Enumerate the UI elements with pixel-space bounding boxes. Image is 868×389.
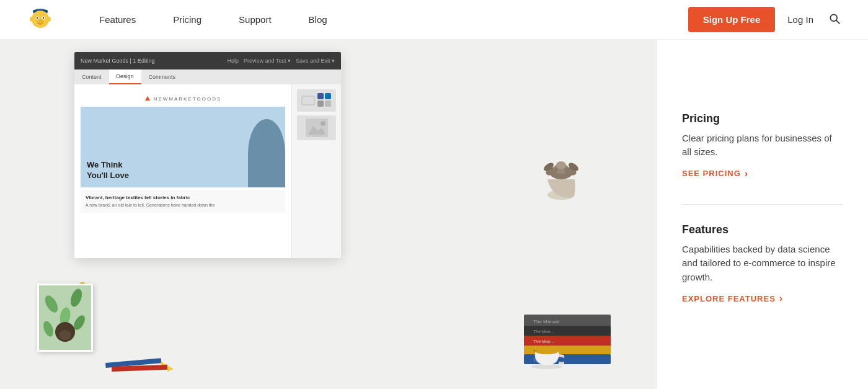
nav-right: Sign Up Free Log In [688, 7, 843, 32]
search-button[interactable] [826, 10, 843, 29]
editor-hero-text-line2: You'll Love [87, 171, 129, 181]
features-desc: Capabilities backed by data science and … [682, 243, 843, 285]
hero-bg: New Market Goods | 1 Editing Help Previe… [0, 40, 657, 389]
nav-support[interactable]: Support [220, 14, 290, 25]
svg-rect-14 [303, 97, 314, 104]
pricing-desc: Clear pricing plans for businesses of al… [682, 132, 843, 159]
svg-point-9 [47, 17, 51, 22]
editor-toolbar-actions: Help Preview and Test ▾ Save and Exit ▾ [228, 58, 335, 64]
logo[interactable] [25, 4, 56, 35]
features-section: Features Capabilities backed by data sci… [682, 223, 843, 305]
editor-article-title: Vibrant, heritage textiles tell stories … [86, 195, 280, 200]
features-title: Features [682, 223, 843, 236]
svg-point-8 [30, 17, 33, 22]
editor-body: NEWMARKETGOODS We Think You'll Love Vibr… [74, 84, 341, 258]
editor-article: Vibrant, heritage textiles tell stories … [81, 190, 285, 213]
see-pricing-label: SEE PRICING [682, 169, 741, 178]
editor-tabs: Content Design Comments [74, 69, 341, 84]
editor-help[interactable]: Help [228, 58, 239, 64]
deco-coffee-cup [530, 339, 561, 367]
svg-text:The Man...: The Man... [533, 329, 554, 334]
sidebar-social-icons [301, 93, 332, 108]
svg-marker-12 [144, 96, 149, 101]
login-link[interactable]: Log In [787, 14, 813, 25]
explore-features-label: EXPLORE FEATURES [682, 294, 776, 303]
frame-content [39, 285, 91, 350]
svg-text:The Manual: The Manual [533, 319, 559, 324]
email-editor-mock: New Market Goods | 1 Editing Help Previe… [74, 52, 341, 258]
section-divider [682, 204, 843, 205]
editor-sidebar [291, 84, 341, 258]
tab-design[interactable]: Design [109, 69, 141, 84]
logo-icon [25, 4, 56, 35]
editor-save[interactable]: Save and Exit ▾ [296, 58, 335, 64]
main-content: New Market Goods | 1 Editing Help Previe… [0, 40, 868, 389]
signup-button[interactable]: Sign Up Free [688, 7, 776, 32]
svg-point-61 [536, 349, 558, 354]
editor-toolbar-title: New Market Goods | 1 Editing [81, 58, 154, 64]
see-pricing-arrow-icon: › [745, 168, 748, 179]
nav-links: Features Pricing Support Blog [81, 14, 688, 25]
sidebar-image-icon [306, 118, 328, 137]
svg-point-37 [59, 330, 71, 340]
see-pricing-link[interactable]: SEE PRICING › [682, 168, 843, 179]
deco-frame-inner [39, 285, 91, 350]
svg-rect-15 [317, 93, 324, 99]
editor-canvas: NEWMARKETGOODS We Think You'll Love Vibr… [74, 84, 291, 258]
editor-article-text: A new brand, an old tale to tell. Genera… [86, 202, 280, 208]
editor-preview[interactable]: Preview and Test ▾ [244, 58, 291, 64]
sidebar-block-image [297, 115, 336, 140]
explore-features-link[interactable]: EXPLORE FEATURES › [682, 293, 843, 304]
right-panel: Pricing Clear pricing plans for business… [657, 40, 868, 389]
deco-pencils [105, 358, 167, 370]
person-silhouette [248, 119, 285, 187]
pricing-title: Pricing [682, 112, 843, 125]
svg-marker-41 [167, 365, 174, 372]
editor-toolbar: New Market Goods | 1 Editing Help Previe… [74, 52, 341, 69]
svg-point-45 [556, 161, 566, 169]
svg-rect-16 [325, 93, 331, 99]
search-icon [828, 12, 841, 25]
brand-logo-icon [144, 96, 151, 102]
succulent-icon [539, 139, 583, 201]
editor-hero-text-line1: We Think [87, 160, 129, 171]
svg-rect-18 [325, 101, 331, 107]
svg-line-11 [836, 20, 839, 24]
navbar: Features Pricing Support Blog Sign Up Fr… [0, 0, 868, 40]
deco-succulent [539, 139, 583, 201]
sidebar-block-social [297, 89, 336, 112]
svg-point-10 [830, 14, 837, 21]
editor-brand: NEWMARKETGOODS [81, 91, 285, 107]
nav-pricing[interactable]: Pricing [154, 14, 220, 25]
svg-point-5 [37, 17, 38, 18]
svg-point-21 [321, 121, 326, 126]
pencils-icon [105, 358, 180, 373]
svg-point-7 [37, 19, 44, 24]
hero-area: New Market Goods | 1 Editing Help Previe… [0, 40, 657, 389]
brand-name: NEWMARKETGOODS [154, 96, 222, 102]
svg-point-6 [43, 17, 44, 18]
tab-content[interactable]: Content [74, 69, 109, 84]
deco-photo-frame [37, 284, 93, 352]
explore-features-arrow-icon: › [779, 293, 783, 304]
nav-blog[interactable]: Blog [290, 14, 346, 25]
svg-rect-17 [317, 101, 324, 107]
tab-comments[interactable]: Comments [141, 69, 184, 84]
cup-icon [530, 339, 564, 369]
nav-features[interactable]: Features [81, 14, 154, 25]
editor-hero-img: We Think You'll Love [81, 107, 285, 187]
pricing-section: Pricing Clear pricing plans for business… [682, 112, 843, 179]
